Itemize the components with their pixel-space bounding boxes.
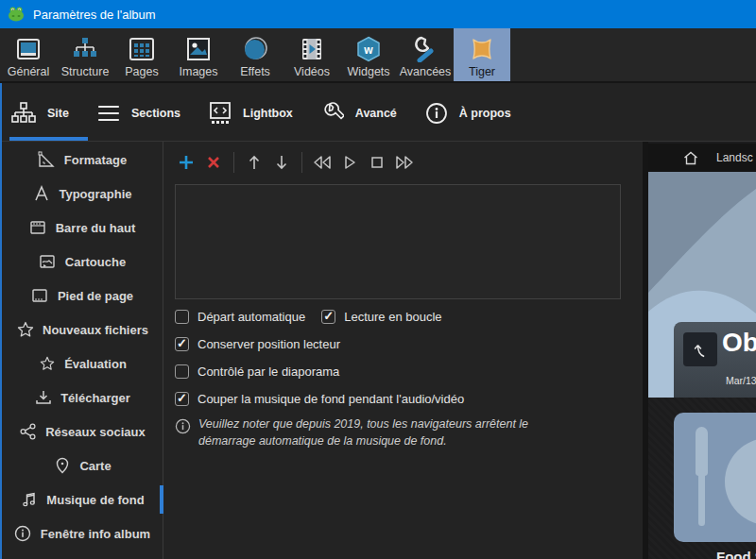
sidebar-item-reseaux-sociaux[interactable]: Réseaux sociaux bbox=[2, 415, 163, 449]
star-icon bbox=[16, 321, 34, 339]
tab-avance[interactable]: Avancé bbox=[321, 85, 397, 141]
sidebar-item-carte[interactable]: Carte bbox=[2, 449, 163, 483]
checkbox-label: Contrôlé par le diaporama bbox=[198, 364, 339, 379]
move-up-button[interactable] bbox=[243, 151, 266, 174]
controle-diaporama-checkbox[interactable] bbox=[175, 364, 189, 379]
circle-effects-icon bbox=[241, 35, 269, 63]
rewind-button[interactable] bbox=[311, 151, 334, 174]
download-icon bbox=[34, 389, 52, 407]
sidebar-item-label: Cartouche bbox=[65, 255, 126, 269]
album-settings-window: Paramètres de l'album Général Structure … bbox=[0, 0, 756, 559]
conserver-position-checkbox[interactable] bbox=[175, 337, 189, 351]
monitor-icon bbox=[14, 35, 43, 63]
skin-tabbar: Site Sections Lightbox Avancé À propos bbox=[0, 85, 756, 142]
playlist-toolbar bbox=[175, 151, 416, 174]
autoplay-note: Veuillez noter que depuis 2019, tous les… bbox=[175, 415, 553, 449]
toolbar-separator bbox=[301, 152, 302, 173]
album-card-title: Obj bbox=[722, 328, 756, 358]
music-settings-panel: Départ automatique Lecture en boucle Con… bbox=[163, 142, 643, 559]
window-title: Paramètres de l'album bbox=[33, 8, 156, 22]
depart-automatique-checkbox[interactable] bbox=[175, 310, 189, 324]
film-icon bbox=[298, 35, 326, 63]
sidebar-item-label: Formatage bbox=[64, 153, 127, 167]
top-bar-icon bbox=[29, 219, 47, 237]
info-icon bbox=[175, 418, 191, 449]
music-note-icon bbox=[20, 491, 38, 509]
sidebar-item-formatage[interactable]: Formatage bbox=[2, 143, 163, 177]
album-card-date: Mar/13 bbox=[726, 375, 756, 386]
checkbox-label: Départ automatique bbox=[198, 310, 305, 324]
toolbar-item-effets[interactable]: Effets bbox=[227, 28, 284, 81]
up-folder-button[interactable] bbox=[683, 332, 717, 366]
sidebar-item-typographie[interactable]: Typographie bbox=[2, 177, 163, 211]
fast-forward-button[interactable] bbox=[393, 151, 416, 174]
sidebar-item-cartouche[interactable]: Cartouche bbox=[2, 245, 163, 279]
sitemap-icon bbox=[11, 102, 36, 125]
toolbar-item-general[interactable]: Général bbox=[0, 28, 57, 81]
delete-track-button[interactable] bbox=[202, 151, 225, 174]
tab-sections[interactable]: Sections bbox=[97, 85, 180, 141]
knife-icon bbox=[698, 469, 705, 526]
info-icon bbox=[14, 525, 32, 543]
wrench-icon bbox=[411, 35, 439, 63]
toolbar-label: Général bbox=[8, 65, 49, 78]
sidebar-item-musique-de-fond[interactable]: Musique de fond bbox=[2, 483, 163, 517]
toolbar-label: Avancées bbox=[400, 65, 452, 78]
lecture-en-boucle-checkbox[interactable] bbox=[321, 310, 335, 324]
note-text: Veuillez noter que depuis 2019, tous les… bbox=[198, 415, 552, 449]
letter-a-icon bbox=[32, 185, 50, 203]
food-section-preview: Food S bbox=[648, 398, 756, 559]
couper-musique-checkbox[interactable] bbox=[175, 392, 189, 406]
move-down-button[interactable] bbox=[270, 151, 293, 174]
preview-breadcrumb: Landsc bbox=[716, 151, 753, 164]
info-icon bbox=[425, 102, 448, 125]
titlebar[interactable]: Paramètres de l'album bbox=[0, 0, 756, 28]
sidebar-item-nouveaux-fichiers[interactable]: Nouveaux fichiers bbox=[2, 313, 163, 347]
toolbar-item-pages[interactable]: Pages bbox=[113, 28, 170, 81]
play-button[interactable] bbox=[338, 151, 361, 174]
tab-a-propos[interactable]: À propos bbox=[425, 85, 511, 141]
option-row: Départ automatique Lecture en boucle bbox=[175, 306, 464, 327]
sidebar-item-label: Nouveaux fichiers bbox=[43, 323, 148, 337]
tab-label: Avancé bbox=[355, 107, 397, 120]
toolbar-item-avancees[interactable]: Avancées bbox=[397, 28, 454, 81]
wrench-icon bbox=[321, 102, 344, 125]
plate-icon bbox=[725, 438, 756, 525]
toolbar-item-widgets[interactable]: w Widgets bbox=[340, 28, 397, 81]
sidebar-item-telecharger[interactable]: Télécharger bbox=[2, 381, 163, 415]
checkbox-label: Lecture en boucle bbox=[344, 310, 441, 324]
sidebar-item-evaluation[interactable]: Évaluation bbox=[2, 347, 163, 381]
objects-album-card[interactable]: Obj Mar/13 bbox=[674, 322, 756, 398]
stop-button[interactable] bbox=[366, 151, 388, 174]
org-chart-icon bbox=[71, 35, 99, 63]
home-icon[interactable] bbox=[683, 151, 698, 165]
sidebar-item-barre-du-haut[interactable]: Barre du haut bbox=[2, 211, 163, 245]
tab-label: Site bbox=[47, 107, 69, 120]
settings-sidebar: Formatage Typographie Barre du haut Cart… bbox=[2, 143, 163, 559]
list-lines-icon bbox=[97, 103, 120, 124]
sidebar-item-label: Carte bbox=[79, 459, 111, 473]
share-icon bbox=[19, 423, 37, 441]
star-icon bbox=[38, 355, 56, 373]
toolbar-label: Effets bbox=[240, 65, 270, 78]
sidebar-item-pied-de-page[interactable]: Pied de page bbox=[2, 279, 163, 313]
toolbar-item-structure[interactable]: Structure bbox=[57, 28, 113, 81]
tab-lightbox[interactable]: Lightbox bbox=[209, 85, 293, 141]
toolbar-label: Vidéos bbox=[294, 65, 330, 78]
photo-icon bbox=[184, 35, 213, 63]
sidebar-item-fenetre-info-album[interactable]: Fenêtre info album bbox=[2, 517, 163, 551]
toolbar-separator bbox=[233, 152, 234, 173]
tab-label: Sections bbox=[131, 107, 180, 120]
sidebar-item-label: Fenêtre info album bbox=[41, 527, 150, 541]
toolbar-item-tiger[interactable]: Tiger bbox=[454, 28, 510, 81]
option-row: Conserver position lecteur bbox=[175, 333, 464, 354]
toolbar-item-images[interactable]: Images bbox=[170, 28, 227, 81]
add-track-button[interactable] bbox=[175, 151, 198, 174]
food-thumbnail[interactable] bbox=[674, 413, 756, 542]
preview-topbar: Landsc bbox=[648, 144, 756, 172]
tab-site[interactable]: Site bbox=[11, 85, 69, 141]
active-tab-underline bbox=[9, 137, 88, 141]
playlist-listbox[interactable] bbox=[175, 184, 621, 299]
toolbar-label: Pages bbox=[125, 65, 158, 78]
toolbar-item-videos[interactable]: Vidéos bbox=[284, 28, 340, 81]
